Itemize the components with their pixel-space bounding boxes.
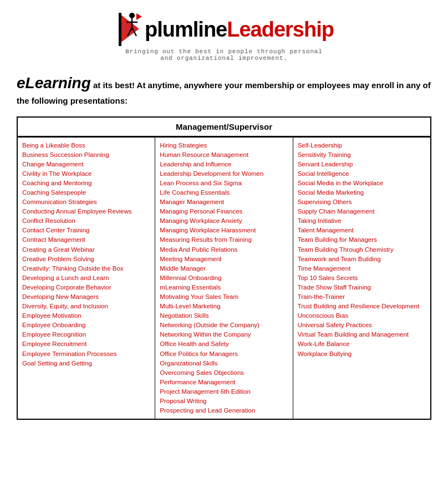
list-item: Team Building for Managers xyxy=(298,235,426,244)
list-item: Organizational Skills xyxy=(160,359,288,368)
svg-point-2 xyxy=(129,13,135,18)
list-item: Employee Recruitment xyxy=(22,339,150,348)
list-item: Hiring Strategies xyxy=(160,141,288,150)
list-item: Coaching and Mentoring xyxy=(22,179,150,187)
list-item: Creativity: Thinking Outside the Box xyxy=(22,264,150,273)
list-item: Supply Chain Management xyxy=(298,207,426,216)
table-columns: Being a Likeable BossBusiness Succession… xyxy=(18,137,430,419)
list-item: Leadership and Influence xyxy=(160,160,288,169)
list-item: Social Media in the Workplace xyxy=(298,179,426,187)
svg-marker-7 xyxy=(136,13,142,20)
logo-area: plumlineLeadership xyxy=(114,11,334,47)
col1: Being a Likeable BossBusiness Succession… xyxy=(18,138,155,419)
list-item: Coaching Salespeople xyxy=(22,188,150,197)
list-item: Workplace Bullying xyxy=(298,349,426,358)
list-item: Proposal Writing xyxy=(160,396,288,405)
tagline: Bringing out the best in people through … xyxy=(125,48,322,62)
list-item: Measuring Results from Training xyxy=(160,235,288,244)
logo-icon xyxy=(114,11,145,47)
list-item: Universal Safety Practices xyxy=(298,321,426,329)
list-item: Goal Setting and Getting xyxy=(22,359,150,368)
list-item: Developing New Managers xyxy=(22,292,150,301)
list-item: Social Intelligence xyxy=(298,169,426,178)
list-item: Contact Center Training xyxy=(22,226,150,235)
list-item: Employee Onboarding xyxy=(22,321,150,329)
list-item: Negotiation Skills xyxy=(160,311,288,320)
list-item: Managing Workplace Harassment xyxy=(160,226,288,235)
list-item: Creative Problem Solving xyxy=(22,255,150,263)
col2: Hiring StrategiesHuman Resource Manageme… xyxy=(155,138,293,419)
list-item: Sensitivity Training xyxy=(298,150,426,159)
list-item: Diversity, Equity, and Inclusion xyxy=(22,302,150,311)
list-item: Life Coaching Essentials xyxy=(160,188,288,197)
list-item: Performance Management xyxy=(160,378,288,387)
list-item: Leadership Development for Women xyxy=(160,169,288,178)
logo-plum: plumline xyxy=(145,18,227,41)
list-item: Team Building Through Chemistry xyxy=(298,245,426,254)
list-item: Time Management xyxy=(298,264,426,273)
elearning-label: eLearning xyxy=(17,74,91,92)
list-item: Media And Public Relations xyxy=(160,245,288,254)
list-item: Prospecting and Lead Generation xyxy=(160,406,288,415)
list-item: Manager Management xyxy=(160,197,288,206)
list-item: Developing Corporate Behavior xyxy=(22,283,150,292)
list-item: Office Politics for Managers xyxy=(160,349,288,358)
list-item: Conducting Annual Employee Reviews xyxy=(22,207,150,216)
list-item: Work-Life Balance xyxy=(298,339,426,348)
list-item: Social Media Marketing xyxy=(298,188,426,197)
list-item: Civility in The Workplace xyxy=(22,169,150,178)
list-item: Multi-Level Marketing xyxy=(160,302,288,311)
list-item: Servant Leadership xyxy=(298,160,426,169)
list-item: Contract Management xyxy=(22,235,150,244)
list-item: Top 10 Sales Secrets xyxy=(298,273,426,282)
list-item: Business Succession Planning xyxy=(22,150,150,159)
list-item: Supervising Others xyxy=(298,197,426,206)
list-item: Trust Building and Resilience Developmen… xyxy=(298,302,426,311)
list-item: Developing a Lunch and Learn xyxy=(22,273,150,282)
list-item: Virtual Team Building and Management xyxy=(298,330,426,339)
list-item: Conflict Resolution xyxy=(22,216,150,225)
list-item: Teamwork and Team Building xyxy=(298,255,426,263)
list-item: Employee Recognition xyxy=(22,330,150,339)
list-item: Creating a Great Webinar xyxy=(22,245,150,254)
list-item: Managing Workplace Anxiety xyxy=(160,216,288,225)
courses-table: Management/Supervisor Being a Likeable B… xyxy=(17,116,431,420)
col3: Self-LeadershipSensitivity TrainingServa… xyxy=(293,138,430,419)
svg-marker-0 xyxy=(120,14,139,43)
list-item: Overcoming Sales Objections xyxy=(160,368,288,377)
list-item: Talent Management xyxy=(298,226,426,235)
list-item: Employee Motivation xyxy=(22,311,150,320)
list-item: Unconscious Bias xyxy=(298,311,426,320)
list-item: Lean Process and Six Sigma xyxy=(160,179,288,187)
list-item: Communication Strategies xyxy=(22,197,150,206)
list-item: Networking (Outside the Company) xyxy=(160,321,288,329)
list-item: Office Health and Safety xyxy=(160,339,288,348)
list-item: Middle Manager xyxy=(160,264,288,273)
list-item: mLearning Essentials xyxy=(160,283,288,292)
list-item: Employee Termination Processes xyxy=(22,349,150,358)
list-item: Managing Personal Finances xyxy=(160,207,288,216)
list-item: Networking Within the Company xyxy=(160,330,288,339)
list-item: Meeting Management xyxy=(160,255,288,263)
list-item: Project Management 6th Edition xyxy=(160,387,288,396)
list-item: Self-Leadership xyxy=(298,141,426,150)
list-item: Taking Initiative xyxy=(298,216,426,225)
list-item: Train-the-Trainer xyxy=(298,292,426,301)
list-item: Motivating Your Sales Team xyxy=(160,292,288,301)
list-item: Trade Show Staff Training xyxy=(298,283,426,292)
intro-text: eLearning at its best! At anytime, anywh… xyxy=(17,72,431,108)
table-header: Management/Supervisor xyxy=(18,118,430,137)
svg-rect-1 xyxy=(119,13,121,46)
list-item: Millennial Onboarding xyxy=(160,273,288,282)
list-item: Change Management xyxy=(22,160,150,169)
list-item: Being a Likeable Boss xyxy=(22,141,150,150)
logo-leadership: Leadership xyxy=(227,18,334,41)
logo-text: plumlineLeadership xyxy=(145,19,334,40)
page-header: plumlineLeadership Bringing out the best… xyxy=(17,11,431,62)
list-item: Human Resource Management xyxy=(160,150,288,159)
